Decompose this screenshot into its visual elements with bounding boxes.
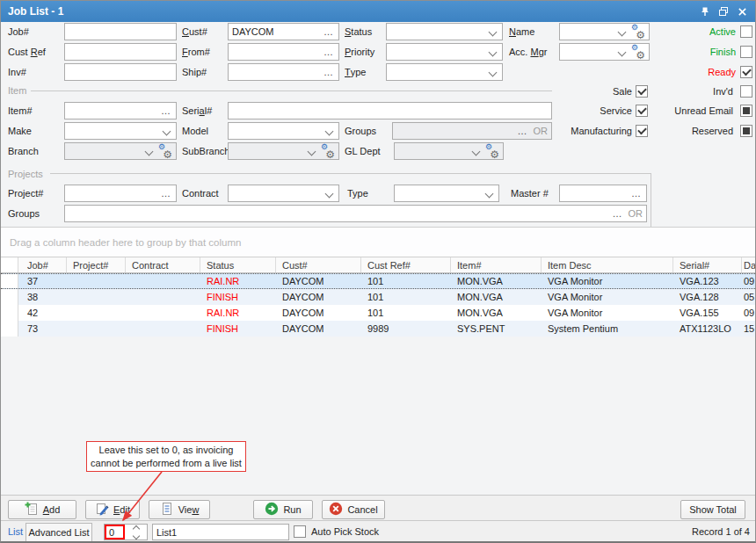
row-indicator — [1, 305, 18, 321]
master-number-input[interactable]: … — [559, 185, 647, 202]
grid-header-date[interactable]: Da — [742, 257, 756, 272]
cell-contract — [126, 289, 200, 305]
item-section-line — [31, 90, 552, 91]
subbranch-label: SubBranch — [182, 142, 229, 160]
gear-icon[interactable]: ⚙⚙ — [159, 145, 172, 158]
cancel-icon — [329, 502, 343, 518]
job-number-input[interactable] — [64, 23, 177, 40]
ellipsis-icon[interactable]: … — [612, 208, 624, 219]
ship-number-input[interactable]: … — [228, 63, 339, 81]
group-by-panel[interactable]: Drag a column header here to group by th… — [1, 227, 756, 257]
model-dropdown[interactable] — [228, 122, 339, 140]
item-number-input[interactable]: … — [64, 102, 177, 119]
show-total-label: Show Total — [689, 504, 737, 515]
chevron-down-icon — [308, 147, 316, 156]
gl-dept-dropdown[interactable]: ⚙⚙ — [394, 142, 504, 160]
cell-date: 09 — [742, 305, 756, 321]
grid-header-job[interactable]: Job# — [18, 257, 67, 272]
cell-project — [67, 305, 126, 321]
ellipsis-icon[interactable]: … — [323, 67, 335, 77]
close-icon[interactable] — [736, 5, 748, 18]
make-label: Make — [8, 122, 32, 140]
table-row[interactable]: 73 FINISH DAYCOM 9989 SYS.PENT System Pe… — [1, 321, 756, 337]
show-total-button[interactable]: Show Total — [680, 500, 745, 519]
reserved-checkbox[interactable] — [740, 125, 752, 137]
grid-header-status[interactable]: Status — [200, 257, 276, 272]
callout-line1: Leave this set to 0, as invoicing — [99, 444, 234, 457]
live-list-spinner-value[interactable]: 0 — [105, 525, 125, 539]
project-type-label: Type — [347, 185, 368, 202]
grid-header-cust[interactable]: Cust# — [276, 257, 361, 272]
chevron-down-icon — [489, 68, 498, 76]
cell-contract — [126, 305, 200, 321]
pin-icon[interactable] — [699, 5, 711, 18]
edit-icon — [95, 502, 109, 518]
subbranch-dropdown[interactable]: ⚙⚙ — [228, 142, 339, 160]
grid-header-project[interactable]: Project# — [67, 257, 126, 272]
active-checkbox[interactable] — [740, 25, 752, 38]
ellipsis-icon[interactable]: … — [323, 26, 335, 37]
ellipsis-icon[interactable]: … — [160, 105, 172, 116]
branch-dropdown[interactable]: ⚙⚙ — [64, 142, 177, 160]
table-row[interactable]: 37 RAI.NR DAYCOM 101 MON.VGA VGA Monitor… — [1, 273, 756, 289]
gear-icon[interactable]: ⚙⚙ — [486, 145, 499, 158]
run-button[interactable]: Run — [253, 500, 313, 519]
chevron-down-icon — [325, 127, 334, 135]
cell-project — [67, 274, 126, 288]
cell-itemdesc: VGA Monitor — [542, 305, 673, 321]
table-row[interactable]: 42 RAI.NR DAYCOM 101 MON.VGA VGA Monitor… — [1, 305, 756, 321]
ellipsis-icon[interactable]: … — [630, 188, 643, 199]
cell-itemdesc: System Pentium — [542, 321, 673, 337]
cell-job: 73 — [18, 321, 67, 337]
annotation-callout: Leave this set to 0, as invoicing cannot… — [86, 441, 246, 472]
type-dropdown[interactable] — [386, 63, 503, 81]
priority-dropdown[interactable] — [386, 43, 503, 61]
grid-header-serial[interactable]: Serial# — [673, 257, 742, 272]
group-by-hint: Drag a column header here to group by th… — [10, 237, 241, 248]
table-row[interactable]: 38 FINISH DAYCOM 101 MON.VGA VGA Monitor… — [1, 289, 756, 305]
tab-advanced-list-label: Advanced List — [28, 527, 89, 538]
unread-email-checkbox[interactable] — [740, 105, 752, 117]
inv-number-input[interactable] — [64, 63, 177, 81]
invd-flag-label: Inv'd — [601, 83, 733, 100]
run-icon — [265, 502, 279, 518]
list-name-input[interactable]: List1 — [152, 524, 289, 540]
live-list-spinner[interactable]: 0 — [104, 524, 148, 540]
view-button[interactable]: View — [149, 500, 210, 519]
cell-date: 05 — [742, 289, 756, 305]
cancel-button[interactable]: Cancel — [322, 500, 385, 519]
cust-number-input[interactable]: DAYCOM… — [228, 23, 339, 40]
chevron-down-icon — [489, 47, 498, 56]
finish-checkbox[interactable] — [740, 46, 752, 58]
edit-button[interactable]: Edit — [85, 500, 140, 519]
project-type-dropdown[interactable] — [394, 185, 499, 202]
invd-checkbox[interactable] — [740, 85, 752, 98]
cell-status: RAI.NR — [200, 274, 276, 288]
gear-icon[interactable]: ⚙⚙ — [322, 145, 335, 158]
contract-dropdown[interactable] — [228, 185, 339, 202]
make-dropdown[interactable] — [64, 122, 177, 140]
ellipsis-icon[interactable]: … — [160, 188, 172, 199]
project-number-input[interactable]: … — [64, 185, 177, 202]
cell-job: 42 — [18, 305, 67, 321]
project-groups-input[interactable]: …OR — [64, 205, 647, 222]
grid-header-item[interactable]: Item# — [451, 257, 542, 272]
add-button[interactable]: Add — [8, 500, 76, 519]
job-list-window: Job List - 1 Job# Cust# DAYCOM… Status N… — [0, 0, 756, 543]
restore-icon[interactable] — [717, 5, 730, 18]
ellipsis-icon[interactable]: … — [323, 47, 335, 57]
from-number-input[interactable]: … — [228, 43, 339, 61]
cust-ref-input[interactable] — [64, 43, 177, 61]
grid-header-custref[interactable]: Cust Ref# — [361, 257, 451, 272]
tab-list[interactable]: List — [8, 523, 23, 540]
master-number-label: Master # — [511, 185, 549, 202]
chevron-down-icon — [163, 127, 171, 135]
tab-advanced-list[interactable]: Advanced List — [25, 523, 92, 542]
status-dropdown[interactable] — [386, 23, 503, 40]
item-groups-label: Groups — [345, 122, 376, 140]
auto-pick-stock-checkbox[interactable] — [294, 525, 306, 538]
ready-checkbox[interactable] — [740, 66, 752, 78]
grid-header-itemdesc[interactable]: Item Desc — [542, 257, 673, 272]
grid-header-contract[interactable]: Contract — [126, 257, 200, 272]
spinner-up-down-icons[interactable] — [125, 525, 147, 539]
